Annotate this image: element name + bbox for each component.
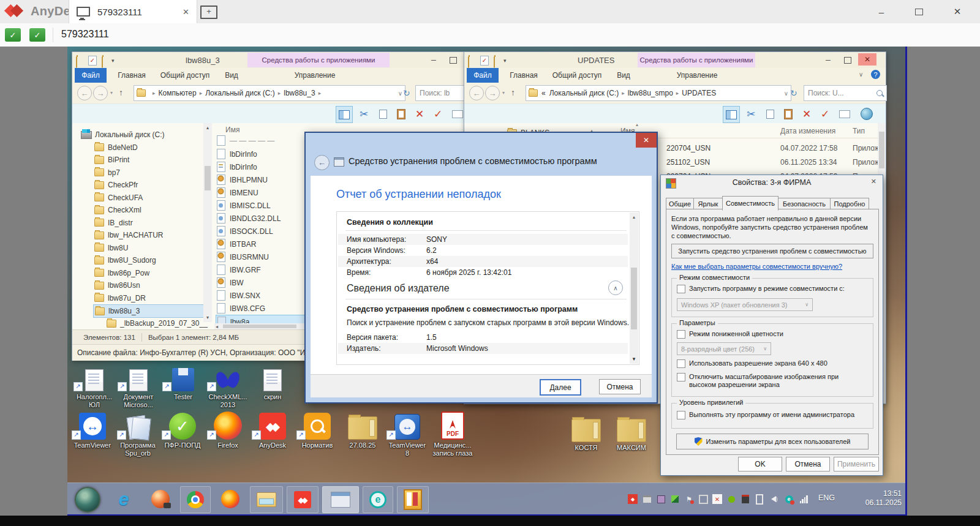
address-dropdown-icon[interactable]: ∨ bbox=[398, 90, 402, 97]
scrollbar-thumb[interactable] bbox=[205, 166, 211, 190]
folder-qat-icon[interactable] bbox=[102, 56, 103, 68]
file-row[interactable]: IBW bbox=[217, 276, 244, 289]
desktop-icon-teamviewer8[interactable]: ↔↗ TeamViewer8 bbox=[385, 410, 429, 457]
checkbox[interactable] bbox=[677, 373, 685, 381]
network-button[interactable] bbox=[859, 106, 875, 122]
delete-button[interactable]: ✕ bbox=[412, 106, 428, 122]
close-button[interactable]: ✕ bbox=[858, 53, 876, 66]
tray-device-icon[interactable] bbox=[656, 494, 666, 504]
tab-home[interactable]: Главная bbox=[503, 68, 544, 83]
session-tab[interactable]: 579323111 ✕ bbox=[69, 0, 197, 23]
tray-printer-icon[interactable] bbox=[642, 494, 652, 504]
address-dropdown-icon[interactable]: ∨ bbox=[784, 90, 788, 97]
tree-item[interactable]: IB_distr bbox=[94, 217, 133, 229]
tab-details[interactable]: Подробно bbox=[830, 198, 869, 210]
run-as-admin-checkbox-row[interactable]: Выполнять эту программу от имени админис… bbox=[677, 411, 854, 419]
desktop-icon-normativ[interactable]: ↗ Норматив bbox=[295, 410, 339, 449]
preview-pane-button[interactable] bbox=[336, 106, 353, 123]
preview-pane-button[interactable] bbox=[723, 106, 740, 123]
up-button[interactable]: ↑ bbox=[119, 88, 123, 97]
tree-item[interactable]: lbw8U_Sudorg bbox=[94, 254, 156, 266]
cancel-button[interactable]: Отмена bbox=[786, 457, 830, 472]
scroll-down-icon[interactable]: ▾ bbox=[203, 315, 212, 320]
file-row[interactable]: IBSOCK.DLL bbox=[217, 225, 273, 238]
scrollbar-thumb[interactable] bbox=[631, 268, 637, 329]
next-button[interactable]: Далее bbox=[540, 379, 581, 396]
checkbox[interactable] bbox=[677, 411, 685, 419]
desktop-icon-skrin[interactable]: скрин bbox=[251, 362, 295, 401]
tree-item[interactable]: BiPrint bbox=[94, 154, 129, 166]
ok-button[interactable]: OK bbox=[738, 457, 782, 472]
tray-eset-icon[interactable]: e bbox=[784, 494, 794, 504]
maximize-icon[interactable] bbox=[450, 57, 457, 64]
help-button[interactable]: ? bbox=[871, 70, 880, 79]
checkbox[interactable] bbox=[677, 330, 685, 339]
manual-settings-link[interactable]: Как мне выбрать параметры совместимости … bbox=[671, 263, 842, 270]
desktop-icon-folder-270825[interactable]: 27.08.25 bbox=[341, 410, 385, 449]
new-session-button[interactable]: + bbox=[200, 6, 217, 19]
close-button[interactable]: ✕ bbox=[636, 133, 657, 148]
scroll-up-icon[interactable]: ▴ bbox=[203, 123, 212, 130]
paste-button[interactable] bbox=[780, 106, 796, 122]
taskbar-item-chrome[interactable] bbox=[180, 486, 211, 513]
recent-dropdown-icon[interactable]: ▾ bbox=[502, 90, 505, 96]
tree-item[interactable]: CheckXml bbox=[94, 204, 141, 216]
breadcrumb-updates[interactable]: UPDATES bbox=[682, 89, 716, 97]
taskbar-item-explorer[interactable] bbox=[250, 486, 283, 513]
search-input[interactable]: Поиск: U... bbox=[804, 85, 887, 101]
file-row[interactable]: 251102_USN bbox=[666, 156, 710, 168]
minimize-icon[interactable]: – bbox=[826, 54, 831, 64]
forward-button[interactable]: → bbox=[93, 86, 108, 100]
file-row-partial[interactable]: — — — — — bbox=[217, 134, 274, 147]
tree-item[interactable]: lbw87u_DR bbox=[94, 292, 146, 304]
close-window-button[interactable]: ✕ bbox=[943, 0, 971, 23]
tab-manage[interactable]: Управление bbox=[278, 68, 352, 83]
file-row[interactable]: IBUSRMNU bbox=[217, 250, 269, 263]
qat-dropdown-icon[interactable]: ▾ bbox=[503, 58, 507, 64]
apply-button[interactable]: Применить bbox=[834, 457, 879, 472]
tray-disk-icon[interactable] bbox=[741, 494, 750, 504]
context-ribbon-tab[interactable]: Средства работы с приложениями bbox=[638, 53, 755, 67]
desktop-icon-document[interactable]: ↗ ДокументMicroso... bbox=[116, 362, 160, 409]
maximize-icon[interactable] bbox=[844, 57, 851, 64]
run-troubleshooter-button[interactable]: Запустить средство устранения проблем с … bbox=[671, 244, 873, 258]
cut-button[interactable]: ✂ bbox=[356, 106, 372, 122]
recent-dropdown-icon[interactable]: ▾ bbox=[110, 90, 113, 96]
tab-security[interactable]: Безопасность bbox=[778, 198, 831, 210]
desktop-icon-pdf[interactable]: PDF Медицинс...запись глаза bbox=[431, 410, 475, 457]
tree-item[interactable]: bp7 bbox=[94, 167, 120, 179]
scrollbar-thumb[interactable] bbox=[879, 132, 884, 168]
tab-view[interactable]: Вид bbox=[218, 68, 245, 83]
file-row[interactable]: 220704_USN bbox=[666, 141, 710, 154]
tab-view[interactable]: Вид bbox=[610, 68, 637, 83]
refresh-icon[interactable]: ↻ bbox=[790, 88, 797, 98]
resolution-checkbox-row[interactable]: Использовать разрешение экрана 640 x 480 bbox=[677, 359, 827, 368]
scroll-left-icon[interactable]: ◂ bbox=[216, 324, 218, 329]
tray-network-icon[interactable] bbox=[799, 494, 809, 504]
tab-share[interactable]: Общий доступ bbox=[157, 68, 213, 83]
language-indicator[interactable]: ENG bbox=[818, 494, 835, 502]
tab-general[interactable]: Общие bbox=[666, 198, 694, 210]
tree-item-disk-c[interactable]: Локальный диск (C:) bbox=[81, 129, 165, 141]
desktop-icon-folder-kostya[interactable]: КОСТЯ bbox=[564, 413, 608, 452]
breadcrumb-ellipsis[interactable]: « bbox=[541, 89, 546, 97]
file-row[interactable]: IBW.GRF bbox=[217, 263, 261, 276]
desktop-icon-teamviewer[interactable]: ↔↗ TeamViewer bbox=[70, 410, 115, 449]
taskbar-clock[interactable]: 13:51 06.11.2025 bbox=[840, 489, 902, 508]
taskbar-item-infobuh[interactable] bbox=[397, 486, 429, 513]
file-row[interactable]: IBW.SNX bbox=[217, 289, 260, 302]
tab-file[interactable]: Файл bbox=[467, 68, 499, 83]
tray-error-icon[interactable]: ✕ bbox=[712, 494, 722, 504]
tab-manage[interactable]: Управление bbox=[660, 68, 734, 83]
breadcrumb-lbw88u3[interactable]: lbw88u_3 bbox=[284, 89, 315, 97]
cancel-button[interactable]: Отмена bbox=[599, 379, 641, 394]
paste-button[interactable] bbox=[393, 106, 409, 122]
scroll-up-icon[interactable]: ▴ bbox=[630, 212, 638, 220]
tree-scrollbar[interactable]: ▴ ▾ bbox=[203, 123, 212, 322]
tree-item[interactable]: lbw86Usn bbox=[94, 279, 140, 291]
refresh-icon[interactable]: ↻ bbox=[403, 88, 410, 98]
start-button[interactable] bbox=[75, 487, 100, 513]
file-row[interactable]: IBHLPMNU bbox=[217, 173, 268, 186]
tab-shortcut[interactable]: Ярлык bbox=[693, 198, 723, 210]
file-row[interactable]: IBMENU bbox=[217, 186, 258, 199]
